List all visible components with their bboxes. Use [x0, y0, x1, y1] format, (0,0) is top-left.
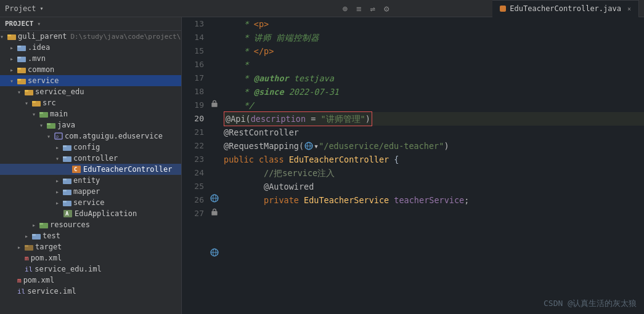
code-content[interactable]: * <p> * 讲师 前端控制器 * </p> * — [221, 17, 644, 314]
svg-rect-35 — [39, 223, 43, 225]
code-line-21: @RestController — [224, 126, 644, 139]
folder-icon-idea — [17, 44, 26, 51]
pom-m-icon: m — [25, 254, 29, 262]
svg-rect-15 — [39, 112, 43, 114]
tree-item-service-sub[interactable]: service — [0, 197, 181, 208]
tab-close-button[interactable]: × — [627, 6, 631, 12]
tree-item-resources[interactable]: resources — [0, 219, 181, 230]
tab-label: EduTeacherController.java — [510, 4, 621, 13]
svg-rect-9 — [17, 79, 21, 81]
toolbar-icon-1[interactable]: ⊕ — [343, 4, 348, 14]
tree-item-entity[interactable]: entity — [0, 175, 181, 186]
tree-item-guli-parent[interactable]: guli_parent D:\study\java\code\project\g… — [0, 31, 181, 42]
svg-rect-5 — [17, 57, 21, 58]
code-editor[interactable]: 13 14 15 16 17 18 19 20 21 22 23 24 25 2… — [182, 17, 644, 314]
editor-content: 13 14 15 16 17 18 19 20 21 22 23 24 25 2… — [182, 17, 644, 314]
line-num-21: 21 — [182, 126, 204, 139]
sidebar-dropdown[interactable]: ▾ — [37, 20, 41, 27]
code-line-27 — [224, 207, 644, 220]
toolbar-icon-2[interactable]: ≡ — [356, 4, 361, 14]
svg-rect-17 — [47, 123, 51, 125]
project-sidebar[interactable]: Project ▾ guli_parent D:\study\java\code… — [0, 17, 182, 314]
tree-item-src[interactable]: src — [0, 97, 181, 108]
tree-item-controller[interactable]: controller — [0, 153, 181, 164]
code-line-23: public class EduTeacherController { — [224, 153, 644, 166]
arrow-service-sub — [55, 199, 63, 206]
svg-rect-23 — [63, 156, 67, 158]
editor-tab-main[interactable]: EduTeacherController.java × — [492, 0, 639, 17]
tree-item-idea[interactable]: .idea — [0, 42, 181, 53]
tree-item-target[interactable]: target — [0, 241, 181, 252]
tree-item-edu-application[interactable]: A EduApplication — [0, 208, 181, 219]
svg-rect-21 — [63, 145, 67, 147]
folder-icon-src — [32, 99, 41, 107]
arrow-idea — [10, 44, 17, 51]
tree-item-mapper[interactable]: mapper — [0, 186, 181, 197]
svg-text:A: A — [65, 211, 69, 217]
gutter-globe-26 — [210, 248, 219, 256]
tree-item-mvn[interactable]: .mvn — [0, 53, 181, 64]
tree-item-service-edu[interactable]: service_edu — [0, 86, 181, 97]
code-line-16: * — [224, 58, 644, 71]
arrow-java — [39, 122, 47, 129]
folder-icon-entity — [63, 177, 71, 184]
project-label: Project ▾ — [5, 4, 44, 13]
line-num-24: 24 — [182, 166, 204, 180]
tree-item-test[interactable]: test — [0, 230, 181, 241]
svg-rect-37 — [32, 234, 36, 236]
code-line-15: * </p> — [224, 44, 644, 58]
folder-icon-target — [25, 243, 33, 251]
folder-icon-main — [39, 110, 48, 118]
svg-rect-1 — [7, 34, 11, 36]
arrow-config — [55, 144, 63, 151]
svg-rect-13 — [32, 101, 36, 103]
line-num-27: 27 — [182, 207, 204, 220]
tree-item-service[interactable]: service — [0, 75, 181, 86]
folder-icon-service-sub — [63, 199, 71, 206]
tree-item-service-iml[interactable]: il service.iml — [0, 286, 181, 297]
tab-java-icon — [500, 6, 506, 12]
arrow-package — [47, 133, 54, 140]
tree-item-java[interactable]: java — [0, 119, 181, 131]
code-line-20: @Api(description = "讲师管理") — [224, 112, 644, 126]
arrow-test — [25, 233, 32, 240]
tree-item-pom-root[interactable]: m pom.xml — [0, 275, 181, 286]
arrow-service-edu — [17, 89, 25, 95]
title-bar: Project ▾ ⊕ ≡ ⇌ ⚙ EduTeacherController.j… — [0, 0, 644, 17]
arrow-service — [10, 78, 17, 84]
folder-icon-config — [63, 143, 71, 151]
arrow-common — [10, 66, 17, 73]
line-num-19: 19 — [182, 99, 204, 112]
tree-item-common[interactable]: common — [0, 64, 181, 75]
iml-icon: il — [25, 265, 33, 273]
code-line-24: //把service注入 — [224, 166, 644, 180]
tree-item-package[interactable]: p com.atguigu.eduservice — [0, 131, 181, 142]
tree-item-config[interactable]: config — [0, 142, 181, 153]
folder-icon-mapper — [63, 188, 71, 195]
svg-text:C: C — [74, 166, 77, 172]
arrow-entity — [55, 177, 63, 184]
package-icon: p — [54, 132, 63, 140]
service-iml-icon: il — [17, 288, 25, 296]
svg-rect-44 — [211, 211, 217, 215]
line-num-17: 17 — [182, 71, 204, 85]
class-file-icon: C — [71, 165, 81, 174]
code-line-26: private EduTeacherService teacherService… — [224, 193, 644, 207]
toolbar-icon-3[interactable]: ⇌ — [370, 4, 375, 14]
folder-icon-controller — [63, 155, 71, 162]
project-dropdown-icon[interactable]: ▾ — [40, 5, 44, 12]
class-file-icon-2: A — [63, 209, 73, 218]
line-num-26: 26 — [182, 193, 204, 207]
toolbar-icon-4[interactable]: ⚙ — [384, 4, 389, 14]
svg-rect-39 — [25, 245, 28, 247]
gutter-lock-23 — [210, 207, 219, 215]
tree-item-service-edu-iml[interactable]: il service_edu.iml — [0, 264, 181, 275]
folder-icon-test — [32, 232, 41, 240]
tree-item-main[interactable]: main — [0, 108, 181, 119]
line-num-14: 14 — [182, 31, 204, 44]
svg-rect-3 — [17, 46, 21, 47]
tree-item-edu-teacher-controller[interactable]: C EduTeacherController — [0, 164, 181, 175]
api-annotation-box: @Api(description = "讲师管理") — [224, 111, 372, 126]
tree-item-pom-service-edu[interactable]: m pom.xml — [0, 252, 181, 264]
code-line-14: * 讲师 前端控制器 — [224, 31, 644, 44]
